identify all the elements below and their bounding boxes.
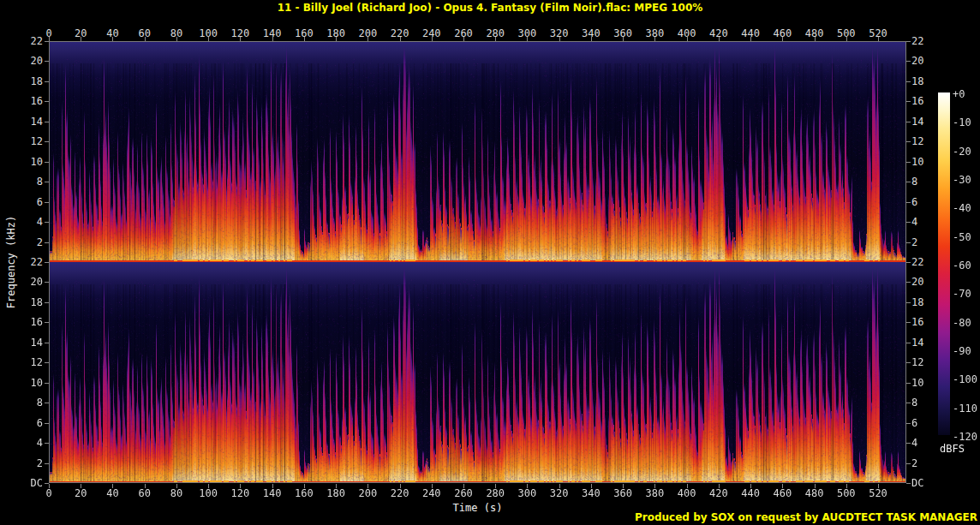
- colorbar-tick-label: -110: [953, 403, 977, 414]
- freq-tick-mark-right: [906, 262, 911, 263]
- x-tick-mark-top: [49, 37, 50, 41]
- x-tick-mark-top: [304, 37, 305, 41]
- freq-tick-label-right: 20: [911, 56, 941, 66]
- x-tick-mark-top: [846, 37, 847, 41]
- sox-spectrogram-image: 11 - Billy Joel (Richard Joo) - Opus 4. …: [0, 0, 980, 525]
- freq-tick-label-left: 4: [16, 217, 43, 227]
- colorbar-tick-label: -20: [953, 146, 971, 157]
- freq-tick-mark-left: [45, 343, 49, 343]
- x-tick-label-bottom: 20: [63, 488, 98, 498]
- x-tick-label-bottom: 400: [670, 488, 704, 498]
- freq-tick-label-left: 18: [16, 297, 43, 307]
- x-tick-label-bottom: 520: [861, 488, 895, 498]
- freq-tick-mark-right: [906, 443, 911, 444]
- x-tick-label-bottom: 180: [319, 488, 353, 498]
- freq-tick-mark-left: [45, 182, 49, 182]
- freq-tick-mark-left: [45, 463, 49, 464]
- freq-tick-mark-left: [45, 302, 49, 303]
- x-tick-label-bottom: 460: [765, 488, 799, 498]
- x-tick-label-bottom: 160: [287, 488, 321, 498]
- colorbar-tick-label: -120: [953, 432, 977, 442]
- freq-tick-mark-left: [45, 141, 49, 142]
- x-tick-label-bottom: 120: [223, 488, 257, 498]
- x-tick-label-bottom: 200: [350, 488, 385, 498]
- freq-tick-mark-left: [45, 322, 49, 323]
- colorbar-tick-label: -70: [953, 289, 971, 299]
- colorbar-tick-label: -40: [953, 203, 971, 213]
- colorbar-tick-label: +0: [953, 89, 965, 99]
- x-tick-mark-top: [750, 37, 751, 41]
- page-title: 11 - Billy Joel (Richard Joo) - Opus 4. …: [0, 2, 980, 14]
- x-tick-label-bottom: 260: [446, 488, 481, 498]
- x-tick-label-bottom: 300: [510, 488, 544, 498]
- freq-tick-label-left: 12: [16, 136, 43, 146]
- x-tick-mark-top: [368, 37, 368, 41]
- freq-tick-label-left: 14: [16, 116, 43, 127]
- x-tick-mark-top: [81, 37, 81, 41]
- colorbar-tick-label: -90: [953, 346, 971, 356]
- x-tick-label-bottom: 220: [383, 488, 417, 498]
- freq-tick-label-right: 14: [911, 116, 941, 127]
- x-tick-label-bottom: 380: [637, 488, 672, 498]
- colorbar-tick-label: -100: [953, 374, 977, 385]
- x-tick-label-bottom: 100: [191, 488, 225, 498]
- freq-tick-mark-right: [906, 41, 911, 42]
- freq-tick-mark-left: [45, 122, 49, 122]
- freq-tick-mark-left: [45, 81, 49, 82]
- freq-tick-label-right: 2: [911, 458, 941, 468]
- x-tick-label-bottom: 440: [733, 488, 768, 498]
- colorbar-tick-label: -60: [953, 260, 971, 271]
- freq-tick-label-right: 2: [911, 237, 941, 248]
- x-tick-mark-top: [463, 37, 464, 41]
- freq-tick-label-left: 16: [16, 96, 43, 106]
- dc-label-left: DC: [16, 478, 43, 488]
- x-tick-mark-top: [559, 37, 560, 41]
- x-tick-mark-top: [208, 37, 209, 41]
- x-tick-label-bottom: 280: [478, 488, 512, 498]
- x-tick-label-bottom: 360: [606, 488, 640, 498]
- x-tick-label-bottom: 240: [415, 488, 449, 498]
- freq-tick-label-right: 18: [911, 76, 941, 87]
- freq-tick-label-right: 20: [911, 277, 941, 287]
- freq-tick-label-left: 2: [16, 237, 43, 248]
- freq-tick-label-right: 18: [911, 297, 941, 307]
- freq-tick-label-right: 16: [911, 96, 941, 106]
- freq-tick-label-left: 4: [16, 438, 43, 448]
- freq-tick-mark-right: [906, 122, 911, 122]
- freq-tick-mark-right: [906, 162, 911, 163]
- freq-tick-label-right: 6: [911, 418, 941, 428]
- freq-tick-mark-left: [45, 362, 49, 363]
- freq-tick-mark-left: [45, 101, 49, 102]
- freq-tick-label-left: 20: [16, 56, 43, 66]
- freq-tick-mark-right: [906, 182, 911, 182]
- freq-tick-mark-left: [45, 162, 49, 163]
- freq-tick-label-left: 8: [16, 176, 43, 187]
- freq-tick-label-left: 2: [16, 458, 43, 468]
- x-tick-mark-top: [527, 37, 528, 41]
- x-tick-label-bottom: 60: [128, 488, 162, 498]
- credit-text: Produced by SOX on request by AUCDTECT T…: [635, 511, 977, 523]
- colorbar-tick-label: -50: [953, 232, 971, 242]
- freq-tick-mark-right: [906, 242, 911, 243]
- freq-tick-label-right: 10: [911, 378, 941, 388]
- x-tick-mark-top: [336, 37, 337, 41]
- freq-tick-mark-left: [45, 61, 49, 62]
- freq-tick-mark-right: [906, 343, 911, 343]
- x-tick-mark-top: [145, 37, 146, 41]
- freq-tick-mark-right: [906, 362, 911, 363]
- colorbar-tick-label: -10: [953, 117, 971, 128]
- colorbar: [938, 92, 950, 435]
- x-tick-mark-top: [687, 37, 688, 41]
- freq-tick-mark-right: [906, 463, 911, 464]
- freq-tick-mark-right: [906, 423, 911, 424]
- freq-tick-mark-left: [45, 41, 49, 42]
- x-tick-mark-top: [240, 37, 241, 41]
- colorbar-tick-label: -80: [953, 318, 971, 328]
- x-tick-mark-top: [782, 37, 783, 41]
- freq-tick-label-right: 16: [911, 317, 941, 327]
- freq-tick-mark-right: [906, 101, 911, 102]
- x-tick-label-bottom: 420: [702, 488, 736, 498]
- freq-tick-mark-left: [45, 242, 49, 243]
- freq-tick-mark-left: [45, 202, 49, 203]
- x-tick-label-bottom: 40: [95, 488, 129, 498]
